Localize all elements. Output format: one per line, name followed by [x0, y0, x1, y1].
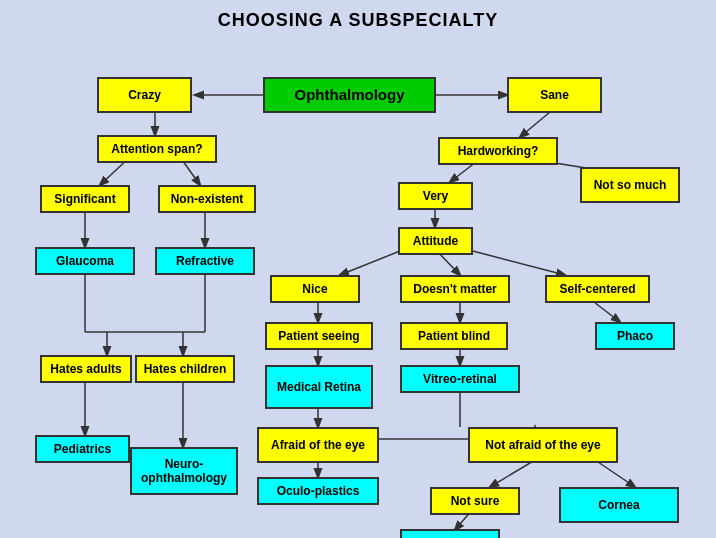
node-not-so-much: Not so much [580, 167, 680, 203]
svg-line-31 [490, 460, 535, 487]
node-cornea: Cornea [559, 487, 679, 523]
node-vitreo-retinal: Vitreo-retinal [400, 365, 520, 393]
node-attention-span: Attention span? [97, 135, 217, 163]
page-title: CHOOSING A SUBSPECIALTY [0, 0, 716, 37]
node-glaucoma: Glaucoma [35, 247, 135, 275]
node-medical-retina: Medical Retina [265, 365, 373, 409]
node-general: General [400, 529, 500, 538]
node-patient-seeing: Patient seeing [265, 322, 373, 350]
node-hates-adults: Hates adults [40, 355, 132, 383]
node-oculo-plastics: Oculo-plastics [257, 477, 379, 505]
node-phaco: Phaco [595, 322, 675, 350]
node-neuro-ophthalmology: Neuro- ophthalmology [130, 447, 238, 495]
node-pediatrics: Pediatrics [35, 435, 130, 463]
node-nonexistent: Non-existent [158, 185, 256, 213]
node-attitude: Attitude [398, 227, 473, 255]
node-nice: Nice [270, 275, 360, 303]
node-self-centered: Self-centered [545, 275, 650, 303]
node-hates-children: Hates children [135, 355, 235, 383]
node-ophthalmology: Ophthalmology [263, 77, 436, 113]
node-afraid: Afraid of the eye [257, 427, 379, 463]
chart-area: Ophthalmology Crazy Sane Attention span?… [0, 37, 716, 537]
svg-line-32 [595, 460, 635, 487]
node-doesnt-matter: Doesn't matter [400, 275, 510, 303]
node-refractive: Refractive [155, 247, 255, 275]
node-patient-blind: Patient blind [400, 322, 508, 350]
node-very: Very [398, 182, 473, 210]
node-significant: Significant [40, 185, 130, 213]
node-not-afraid: Not afraid of the eye [468, 427, 618, 463]
svg-line-20 [465, 249, 565, 275]
node-not-sure: Not sure [430, 487, 520, 515]
svg-line-18 [340, 249, 405, 275]
node-sane: Sane [507, 77, 602, 113]
node-crazy: Crazy [97, 77, 192, 113]
svg-line-14 [520, 112, 550, 137]
node-hardworking: Hardworking? [438, 137, 558, 165]
